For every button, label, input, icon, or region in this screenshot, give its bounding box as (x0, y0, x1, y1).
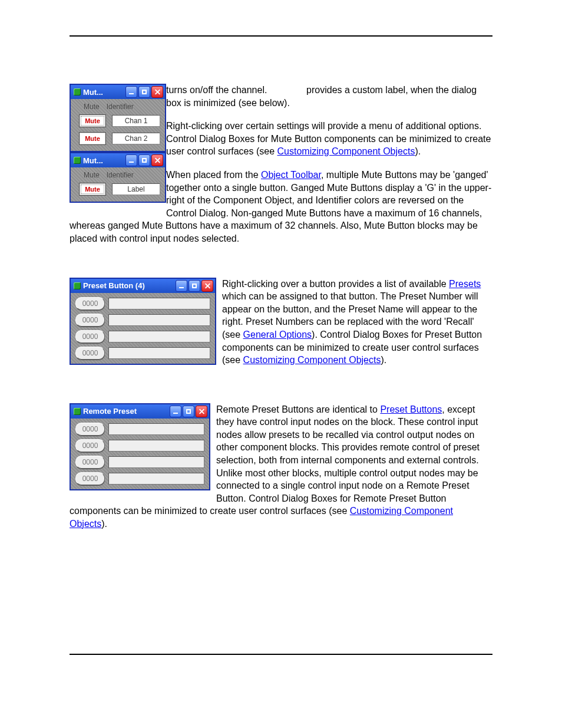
remote-row: 0000 (73, 421, 207, 437)
preset-button[interactable]: 0000 (75, 314, 105, 327)
link-object-toolbar[interactable]: Object Toolbar (261, 170, 321, 180)
dialog-title: Mut... (83, 156, 125, 165)
app-icon (74, 408, 81, 415)
identifier-field[interactable]: Chan 2 (112, 133, 160, 144)
preset-row: 0000 (73, 328, 213, 345)
mute-button[interactable]: Mute (79, 183, 106, 196)
mute-dialog-stack: Mut... Mute Identifier Mute Chan 1 (70, 84, 166, 203)
text: ). (101, 519, 107, 529)
column-headers: Mute Identifier (73, 101, 163, 113)
link-general-options[interactable]: General Options (243, 330, 312, 340)
preset-button[interactable]: 0000 (75, 472, 105, 485)
text: turns on/off the channel. (166, 85, 270, 95)
close-icon[interactable] (151, 154, 163, 166)
hdr-ident: Identifier (107, 103, 134, 111)
dialog-titlebar[interactable]: Mut... (71, 153, 165, 167)
hdr-mute: Mute (84, 103, 100, 111)
preset-name-field[interactable] (108, 473, 204, 485)
mute-row-1: Mute Chan 1 (73, 113, 163, 131)
preset-row: 0000 (73, 345, 213, 361)
preset-row: 0000 (73, 312, 213, 328)
text: Right-clicking over a button provides a … (222, 279, 449, 289)
dialog-titlebar[interactable]: Preset Button (4) (71, 279, 215, 293)
close-icon[interactable] (201, 280, 213, 292)
link-preset-buttons[interactable]: Preset Buttons (380, 404, 442, 414)
identifier-label[interactable]: Label (112, 183, 160, 195)
app-icon (74, 157, 81, 164)
preset-name-field[interactable] (108, 298, 210, 309)
remote-row: 0000 (73, 437, 207, 454)
preset-name-field[interactable] (108, 347, 210, 359)
remote-dialog-wrap: Remote Preset 0000 0000 (70, 403, 210, 490)
close-icon[interactable] (196, 406, 207, 417)
dialog-body: 0000 0000 0000 0000 (71, 293, 215, 364)
preset-name-field[interactable] (108, 331, 210, 342)
dialog-body: 0000 0000 0000 0000 (71, 419, 209, 489)
dialog-title: Preset Button (4) (83, 281, 176, 290)
link-customizing[interactable]: Customizing Component Objects (277, 146, 415, 156)
minimize-icon[interactable] (125, 86, 137, 98)
link-customizing[interactable]: Customizing Component Objects (243, 355, 381, 365)
text: ). (381, 355, 386, 365)
minimize-icon[interactable] (176, 280, 187, 292)
hdr-mute: Mute (84, 171, 100, 179)
maximize-icon[interactable] (138, 86, 150, 98)
app-icon (74, 88, 81, 95)
text: ). (415, 146, 421, 156)
preset-button[interactable]: 0000 (75, 456, 105, 469)
mute-section: Mut... Mute Identifier Mute Chan 1 (70, 84, 492, 245)
preset-section: Preset Button (4) 0000 0000 (70, 278, 492, 371)
preset-button[interactable]: 0000 (75, 330, 105, 343)
remote-row: 0000 (73, 454, 207, 470)
preset-name-field[interactable] (108, 314, 210, 326)
mute-dialog-1: Mut... Mute Identifier Mute Chan 1 (70, 84, 166, 152)
preset-dialog-wrap: Preset Button (4) 0000 0000 (70, 278, 216, 365)
preset-name-field[interactable] (108, 423, 204, 435)
maximize-icon[interactable] (138, 154, 150, 166)
mute-row-2: Mute Chan 2 (73, 131, 163, 149)
remote-dialog: Remote Preset 0000 0000 (70, 403, 210, 490)
preset-name-field[interactable] (108, 440, 204, 452)
dialog-body: Mute Identifier Mute Label (71, 167, 165, 202)
preset-button[interactable]: 0000 (75, 423, 105, 436)
mute-row-label: Mute Label (73, 182, 163, 199)
mute-button[interactable]: Mute (79, 114, 106, 127)
minimize-icon[interactable] (170, 406, 181, 417)
link-presets[interactable]: Presets (449, 279, 481, 289)
maximize-icon[interactable] (189, 280, 200, 292)
minimize-icon[interactable] (125, 154, 137, 166)
dialog-titlebar[interactable]: Mut... (71, 85, 165, 99)
dialog-title: Remote Preset (83, 407, 170, 416)
top-rule (70, 35, 492, 37)
dialog-titlebar[interactable]: Remote Preset (71, 404, 209, 419)
preset-button[interactable]: 0000 (75, 347, 105, 360)
text: When placed from the (166, 170, 261, 180)
remote-row: 0000 (73, 470, 207, 487)
close-icon[interactable] (151, 86, 163, 98)
dialog-body: Mute Identifier Mute Chan 1 Mute Chan 2 (71, 99, 165, 151)
preset-name-field[interactable] (108, 456, 204, 468)
column-headers: Mute Identifier (73, 170, 163, 182)
app-icon (74, 282, 81, 289)
bottom-rule (70, 654, 492, 655)
mute-dialog-2: Mut... Mute Identifier Mute Label (70, 152, 166, 203)
mute-button[interactable]: Mute (79, 132, 106, 145)
identifier-field[interactable]: Chan 1 (112, 115, 160, 127)
remote-section: Remote Preset 0000 0000 (70, 403, 492, 531)
preset-button[interactable]: 0000 (75, 297, 105, 310)
preset-row: 0000 (73, 295, 213, 312)
maximize-icon[interactable] (183, 406, 194, 417)
preset-button[interactable]: 0000 (75, 439, 105, 452)
text: Remote Preset Buttons are identical to (216, 404, 380, 414)
hdr-ident: Identifier (107, 171, 134, 179)
dialog-title: Mut... (83, 88, 125, 97)
preset-dialog: Preset Button (4) 0000 0000 (70, 278, 216, 365)
